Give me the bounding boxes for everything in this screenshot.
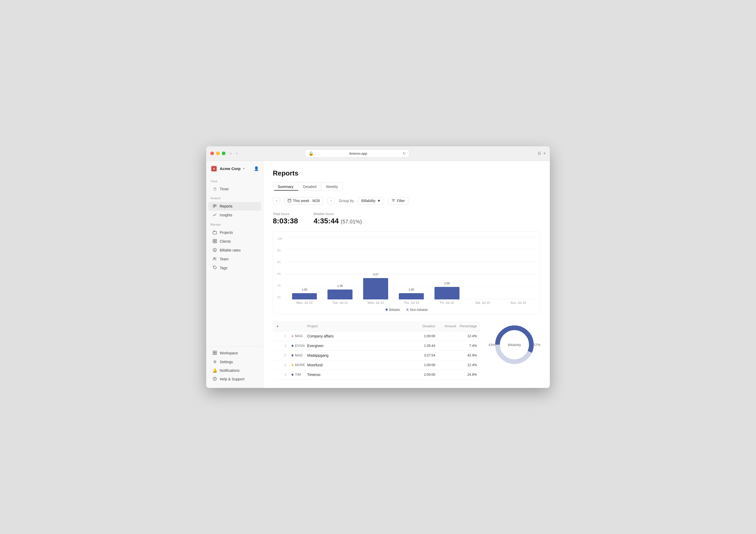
y-label-10h: 10h bbox=[277, 237, 286, 241]
svg-rect-6 bbox=[213, 239, 214, 241]
manage-section-label: Manage bbox=[206, 220, 263, 228]
sidebar-item-billable-rates[interactable]: $ Billable rates bbox=[208, 246, 261, 254]
table-row-tim[interactable]: 1 TIM Timeroo 2:00:00 24.8% bbox=[273, 370, 480, 380]
bar-mon-label: 1:00 bbox=[292, 288, 317, 291]
row-duration-tim: 2:00:00 bbox=[412, 373, 435, 377]
x-label-mon: Mon, Jul 10 bbox=[286, 301, 322, 305]
insights-icon bbox=[212, 213, 217, 218]
reports-icon bbox=[212, 204, 217, 209]
table-toggle-icon[interactable]: ▼ bbox=[276, 325, 279, 328]
sidebar-item-settings[interactable]: ⚙ Settings bbox=[208, 358, 261, 366]
svg-rect-15 bbox=[213, 351, 214, 353]
row-code-mad: MAD bbox=[295, 353, 307, 357]
row-name-tim: Timeroo bbox=[307, 373, 412, 377]
sidebar-item-notifications[interactable]: 🔔 Notifications bbox=[208, 366, 261, 375]
row-num-3: 2 bbox=[284, 353, 292, 357]
billable-rates-icon: $ bbox=[212, 248, 217, 253]
svg-point-13 bbox=[215, 257, 216, 258]
close-button[interactable] bbox=[210, 151, 214, 155]
tab-summary[interactable]: Summary bbox=[273, 183, 298, 191]
sidebar-item-insights[interactable]: Insights bbox=[208, 211, 261, 220]
bar-wed-label: 3:27 bbox=[363, 273, 388, 276]
workspace-icon bbox=[212, 351, 217, 356]
stats-row: Total hours 8:03:38 Billable hours 4:35:… bbox=[273, 212, 540, 225]
row-dot-evgn bbox=[292, 345, 293, 347]
svg-rect-16 bbox=[215, 351, 217, 353]
sidebar-item-tags[interactable]: Tags bbox=[208, 264, 261, 272]
clients-icon bbox=[212, 239, 217, 244]
forward-button[interactable]: › bbox=[234, 150, 239, 156]
maximize-button[interactable] bbox=[222, 151, 226, 155]
company-logo-group[interactable]: A Acme Corp ▼ bbox=[210, 165, 245, 173]
sidebar-item-team[interactable]: Team bbox=[208, 255, 261, 263]
y-label-4h: 4h bbox=[277, 272, 286, 276]
donut-right-pct: 57% bbox=[534, 343, 540, 347]
sidebar-item-timer[interactable]: ⏱ Timer bbox=[208, 185, 261, 193]
svg-rect-8 bbox=[213, 241, 214, 243]
user-icon[interactable]: 👤 bbox=[254, 166, 259, 171]
row-dot-mad bbox=[292, 354, 293, 357]
legend-billable-dot bbox=[386, 308, 388, 310]
donut-wrapper: Billability 43% 57% bbox=[491, 321, 538, 368]
sidebar-item-projects[interactable]: Projects bbox=[208, 228, 261, 237]
sidebar-item-label-projects: Projects bbox=[220, 230, 233, 235]
row-code-tim: TIM bbox=[295, 373, 307, 377]
bar-wed: 3:27 bbox=[358, 237, 393, 299]
sidebar-section-analyze: Analyze Reports bbox=[206, 194, 263, 220]
sidebar-item-label-notifications: Notifications bbox=[220, 368, 239, 373]
week-selector[interactable]: This week · W28 bbox=[284, 197, 323, 205]
tab-detailed[interactable]: Detailed bbox=[298, 183, 321, 191]
address-bar[interactable]: 🔒 timeroo.app ↻ bbox=[305, 149, 409, 157]
billable-pct: (57.01%) bbox=[341, 219, 362, 225]
filter-icon bbox=[392, 199, 395, 203]
total-hours-value: 8:03:38 bbox=[273, 217, 298, 225]
new-tab-button[interactable]: + bbox=[543, 151, 546, 156]
filter-button[interactable]: Filter bbox=[388, 197, 408, 205]
table-row-mad[interactable]: 2 MAD Madappgang 3:27:54 42.9% bbox=[273, 351, 480, 360]
billable-hours-label: Billable hours bbox=[314, 212, 362, 216]
table-row-mag[interactable]: 1 MAG Company affairs 1:00:00 12.4% bbox=[273, 332, 480, 341]
row-duration-evgn: 1:35:44 bbox=[412, 344, 435, 348]
back-button[interactable]: ‹ bbox=[229, 150, 233, 156]
minimize-button[interactable] bbox=[216, 151, 220, 155]
sidebar-item-reports[interactable]: Reports bbox=[208, 202, 261, 211]
share-button[interactable]: ⎙ bbox=[538, 151, 541, 156]
help-support-icon: ? bbox=[212, 377, 217, 382]
bar-tue: 1:35 bbox=[322, 237, 358, 299]
group-by-dropdown[interactable]: Billability ▼ bbox=[358, 197, 384, 204]
row-num-1: 1 bbox=[284, 334, 292, 338]
table-row-more[interactable]: 1 MORE Morefund 1:00:00 12.4% bbox=[273, 360, 480, 370]
sidebar-item-workspace[interactable]: Workspace bbox=[208, 349, 261, 358]
projects-table: ▼ Project Duration Amount Percentage 1 bbox=[273, 321, 480, 380]
week-label-text: This week · W28 bbox=[293, 199, 320, 203]
x-label-wed: Wed, Jul 12 bbox=[358, 301, 393, 305]
notifications-icon: 🔔 bbox=[212, 368, 217, 373]
billable-hours-value: 4:35:44 (57.01%) bbox=[314, 217, 362, 225]
reload-icon[interactable]: ↻ bbox=[403, 151, 406, 155]
bar-fri-label: 2:00 bbox=[435, 282, 459, 285]
sidebar-item-label-settings: Settings bbox=[220, 360, 233, 364]
tab-weekly[interactable]: Weekly bbox=[321, 183, 342, 191]
sidebar: A Acme Corp ▼ 👤 Track ⏱ Timer bbox=[206, 161, 263, 388]
total-hours-stat: Total hours 8:03:38 bbox=[273, 212, 298, 225]
browser-window: ‹ › 🔒 timeroo.app ↻ ⎙ + A bbox=[206, 146, 550, 388]
row-code-more: MORE bbox=[295, 363, 307, 367]
table-row-evgn[interactable]: 1 EVGN Evergiven 1:35:44 7.4% bbox=[273, 341, 480, 351]
table-col-project-header: Project bbox=[307, 324, 412, 328]
next-week-button[interactable]: › bbox=[327, 197, 335, 204]
row-num-5: 1 bbox=[284, 373, 292, 377]
prev-week-button[interactable]: ‹ bbox=[273, 197, 280, 204]
main-content: Reports Summary Detailed Weekly ‹ bbox=[263, 161, 550, 388]
filter-label: Filter bbox=[397, 199, 405, 203]
projects-icon bbox=[212, 230, 217, 235]
svg-rect-7 bbox=[215, 239, 217, 241]
legend-billable-label: Billable bbox=[389, 308, 400, 312]
bar-sat bbox=[465, 237, 500, 299]
sidebar-item-help-support[interactable]: ? Help & Support bbox=[208, 375, 261, 384]
sidebar-item-clients[interactable]: Clients bbox=[208, 237, 261, 246]
group-by-value: Billability bbox=[361, 199, 375, 203]
table-col-amount-header: Amount bbox=[435, 324, 456, 328]
svg-text:A: A bbox=[213, 168, 215, 170]
svg-text:?: ? bbox=[214, 378, 216, 380]
y-label-0h: 0h bbox=[277, 296, 286, 299]
